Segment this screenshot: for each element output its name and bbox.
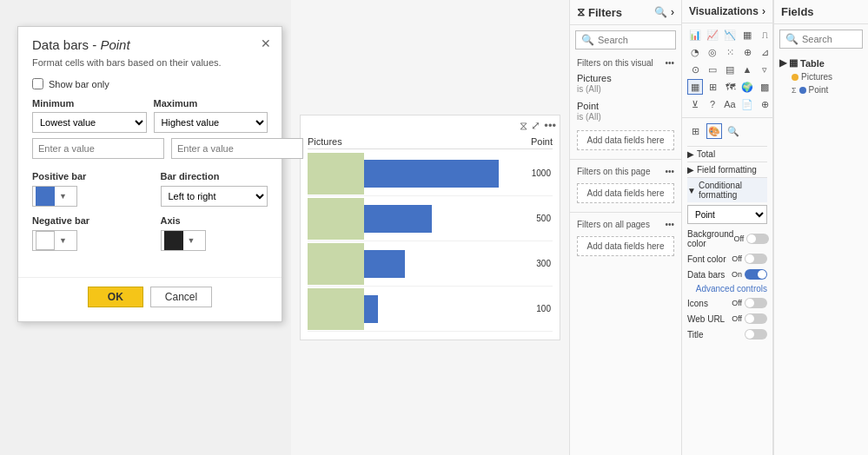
add-data-fields-page-button[interactable]: Add data fields here (577, 183, 674, 203)
area-chart-icon[interactable]: 📉 (722, 27, 738, 43)
maximum-select[interactable]: Highest value (154, 112, 268, 133)
focus-icon[interactable]: ⤢ (531, 119, 540, 133)
positive-bar-swatch[interactable]: ▼ (32, 186, 77, 207)
filter-icon: ⧖ (577, 5, 585, 19)
minimum-label: Minimum (32, 98, 147, 109)
point-dropdown[interactable]: Point (687, 205, 767, 224)
table-icon[interactable]: ▦ (687, 79, 703, 95)
minimum-select[interactable]: Lowest value (32, 112, 147, 133)
table-row: 300 (308, 241, 553, 287)
web-url-toggle-bar[interactable] (745, 313, 767, 324)
web-url-state: Off (732, 314, 742, 323)
divider (570, 212, 681, 213)
bg-color-toggle[interactable]: Off (733, 234, 769, 244)
stacked-bar-icon[interactable]: ▦ (739, 27, 755, 43)
ok-button[interactable]: OK (88, 287, 143, 307)
web-url-toggle[interactable]: Off (732, 313, 767, 324)
field-formatting-label: Field formatting (697, 165, 757, 175)
filters-title: ⧖ Filters (577, 5, 622, 19)
maximum-input[interactable] (171, 138, 303, 159)
close-button[interactable]: ✕ (261, 37, 271, 49)
filters-search-input[interactable] (598, 35, 670, 45)
paginated-icon[interactable]: 📄 (739, 96, 755, 112)
cancel-button[interactable]: Cancel (150, 287, 212, 307)
filled-map-icon[interactable]: 🌍 (739, 79, 755, 95)
fields-icon[interactable]: ⊞ (687, 123, 703, 139)
multi-row-card-icon[interactable]: ▤ (722, 62, 738, 77)
icons-row: Icons Off (687, 295, 767, 311)
conditional-formatting-header[interactable]: ▼ Conditional formatting (687, 177, 767, 202)
bar-chart-icon[interactable]: 📊 (687, 27, 703, 43)
more-icon[interactable]: ••• (544, 119, 556, 133)
show-bar-only-label: Show bar only (49, 79, 109, 89)
bar-value: 1000 (532, 168, 551, 178)
combo-chart-icon[interactable]: ⎍ (757, 27, 772, 43)
positive-bar-col: Positive bar ▼ (32, 171, 140, 207)
pie-chart-icon[interactable]: ◔ (687, 44, 703, 60)
add-data-fields-visual-button[interactable]: Add data fields here (577, 130, 674, 150)
conditional-formatting-label: Conditional formatting (699, 181, 767, 200)
fields-search-input[interactable] (802, 34, 857, 44)
minimum-input[interactable] (32, 138, 164, 159)
point-field-item[interactable]: Σ Point (779, 83, 863, 96)
card-icon[interactable]: ▭ (705, 62, 720, 77)
map-icon[interactable]: 🗺 (722, 79, 738, 95)
on-page-more-icon[interactable]: ••• (665, 167, 674, 176)
add-data-fields-allpages-button[interactable]: Add data fields here (577, 236, 674, 256)
conditional-formatting-section: ▶ Total ▶ Field formatting ▼ Conditional… (682, 142, 772, 346)
font-color-toggle-bar[interactable] (745, 254, 767, 264)
gauge-icon[interactable]: ⊙ (687, 62, 703, 77)
negative-bar-swatch[interactable]: ▼ (32, 230, 77, 251)
table-icon: ▦ (789, 57, 798, 69)
line-chart-icon[interactable]: 📈 (705, 27, 720, 43)
bar-direction-select[interactable]: Left to right (161, 186, 268, 207)
pictures-field-item[interactable]: Pictures (779, 70, 863, 83)
table-folder[interactable]: ▶ ▦ Table (779, 56, 863, 70)
smart-narrative-icon[interactable]: Aa (722, 96, 738, 112)
slicer-icon[interactable]: ▿ (757, 62, 772, 77)
axis-swatch[interactable]: ▼ (161, 230, 206, 251)
title-label: Title (687, 330, 704, 340)
custom-visual-icon[interactable]: ⊕ (757, 96, 772, 112)
qa-icon[interactable]: ? (705, 96, 720, 112)
icons-toggle-bar[interactable] (745, 298, 767, 308)
all-pages-more-icon[interactable]: ••• (665, 220, 674, 229)
bar-value: 300 (536, 259, 551, 268)
scatter-chart-icon[interactable]: ⁙ (722, 44, 738, 60)
filter-icon[interactable]: ⧖ (520, 119, 527, 133)
bg-color-toggle-bar[interactable] (746, 234, 769, 244)
data-bars-toggle-bar[interactable] (745, 269, 767, 280)
show-bar-only-checkbox[interactable] (32, 78, 43, 89)
advanced-controls-link[interactable]: Advanced controls (687, 282, 767, 295)
on-page-label: Filters on this page (577, 167, 651, 176)
viz-expand-icon[interactable]: › (762, 5, 765, 17)
total-label: Total (697, 149, 715, 159)
bubble-chart-icon[interactable]: ⊕ (739, 44, 755, 60)
decomp-icon[interactable]: ⊻ (687, 96, 703, 112)
donut-chart-icon[interactable]: ◎ (705, 44, 720, 60)
filter-search-icon[interactable]: 🔍 (654, 6, 667, 18)
fields-panel: Fields 🔍 ▶ ▦ Table Pictures Σ Point (773, 0, 868, 455)
matrix-icon[interactable]: ⊞ (705, 79, 720, 95)
font-color-toggle[interactable]: Off (732, 254, 767, 264)
axis-label: Axis (161, 215, 268, 226)
filter-expand-icon[interactable]: › (671, 6, 674, 18)
title-toggle-bar[interactable] (745, 329, 767, 340)
funnel-chart-icon[interactable]: ⊿ (757, 44, 772, 60)
kpi-icon[interactable]: ▲ (739, 62, 755, 77)
total-section-header[interactable]: ▶ Total (687, 146, 767, 162)
title-toggle[interactable] (745, 329, 767, 340)
filters-header: ⧖ Filters 🔍 › (570, 0, 681, 25)
format-icon[interactable]: 🎨 (706, 123, 722, 139)
picture-cell (308, 288, 364, 330)
on-visual-label: Filters on this visual (577, 58, 653, 68)
data-bars-toggle[interactable]: On (732, 269, 767, 280)
analytics-icon[interactable]: 🔍 (726, 123, 741, 139)
icons-toggle[interactable]: Off (732, 298, 767, 308)
field-formatting-header[interactable]: ▶ Field formatting (687, 162, 767, 177)
visual-table: Pictures Point 1000 500 (308, 136, 553, 332)
dialog-title: Data bars - Point (32, 37, 130, 52)
treemap-icon[interactable]: ▩ (757, 79, 772, 95)
on-visual-more-icon[interactable]: ••• (665, 58, 674, 68)
picture-cell (308, 243, 364, 285)
